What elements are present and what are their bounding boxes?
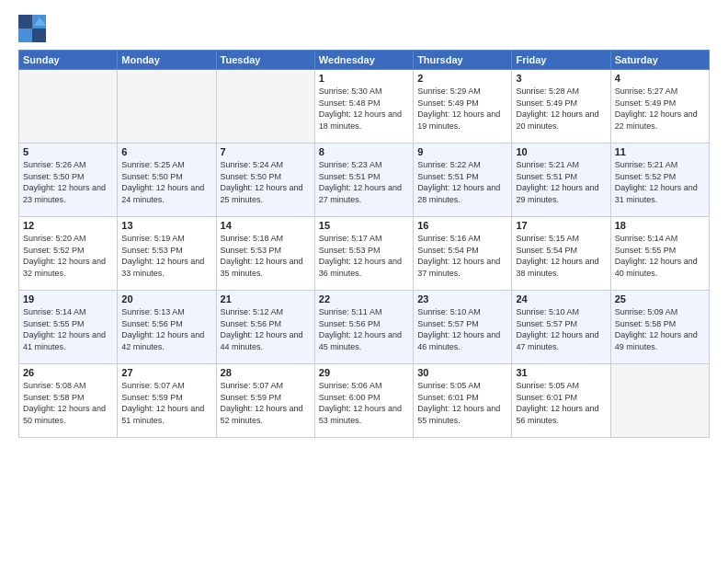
day-number: 16 <box>417 220 507 231</box>
svg-rect-2 <box>18 29 32 42</box>
col-header-tuesday: Tuesday <box>216 51 314 70</box>
logo <box>18 15 50 42</box>
cell-info: Sunrise: 5:19 AM Sunset: 5:53 PM Dayligh… <box>121 233 211 279</box>
cell-info: Sunrise: 5:20 AM Sunset: 5:52 PM Dayligh… <box>23 233 113 279</box>
calendar-cell: 27Sunrise: 5:07 AM Sunset: 5:59 PM Dayli… <box>118 364 216 438</box>
calendar-cell: 8Sunrise: 5:23 AM Sunset: 5:51 PM Daylig… <box>314 144 413 217</box>
calendar-cell: 13Sunrise: 5:19 AM Sunset: 5:53 PM Dayli… <box>118 217 216 291</box>
col-header-sunday: Sunday <box>19 51 118 70</box>
cell-info: Sunrise: 5:26 AM Sunset: 5:50 PM Dayligh… <box>23 159 113 205</box>
cell-info: Sunrise: 5:06 AM Sunset: 6:00 PM Dayligh… <box>319 380 409 426</box>
cell-info: Sunrise: 5:05 AM Sunset: 6:01 PM Dayligh… <box>516 380 606 426</box>
day-number: 4 <box>615 73 705 84</box>
calendar-cell: 24Sunrise: 5:10 AM Sunset: 5:57 PM Dayli… <box>512 291 610 364</box>
col-header-saturday: Saturday <box>610 51 709 70</box>
day-number: 1 <box>319 73 409 84</box>
day-number: 10 <box>516 146 606 157</box>
calendar-cell: 11Sunrise: 5:21 AM Sunset: 5:52 PM Dayli… <box>610 144 709 217</box>
logo-icon <box>18 15 46 42</box>
svg-rect-3 <box>32 29 46 42</box>
day-number: 8 <box>319 146 409 157</box>
week-row-4: 19Sunrise: 5:14 AM Sunset: 5:55 PM Dayli… <box>19 291 710 364</box>
calendar-cell: 10Sunrise: 5:21 AM Sunset: 5:51 PM Dayli… <box>512 144 610 217</box>
calendar-cell: 1Sunrise: 5:30 AM Sunset: 5:48 PM Daylig… <box>314 70 413 144</box>
calendar-cell: 16Sunrise: 5:16 AM Sunset: 5:54 PM Dayli… <box>414 217 512 291</box>
col-header-wednesday: Wednesday <box>314 51 413 70</box>
cell-info: Sunrise: 5:21 AM Sunset: 5:52 PM Dayligh… <box>615 159 705 205</box>
cell-info: Sunrise: 5:11 AM Sunset: 5:56 PM Dayligh… <box>319 306 409 352</box>
calendar-cell <box>19 70 118 144</box>
day-number: 6 <box>121 146 211 157</box>
cell-info: Sunrise: 5:10 AM Sunset: 5:57 PM Dayligh… <box>516 306 606 352</box>
header <box>18 15 710 42</box>
cell-info: Sunrise: 5:28 AM Sunset: 5:49 PM Dayligh… <box>516 86 606 132</box>
cell-info: Sunrise: 5:16 AM Sunset: 5:54 PM Dayligh… <box>417 233 507 279</box>
day-number: 24 <box>516 293 606 304</box>
col-header-monday: Monday <box>118 51 216 70</box>
day-number: 18 <box>615 220 705 231</box>
cell-info: Sunrise: 5:25 AM Sunset: 5:50 PM Dayligh… <box>121 159 211 205</box>
cell-info: Sunrise: 5:23 AM Sunset: 5:51 PM Dayligh… <box>319 159 409 205</box>
week-row-1: 1Sunrise: 5:30 AM Sunset: 5:48 PM Daylig… <box>19 70 710 144</box>
cell-info: Sunrise: 5:10 AM Sunset: 5:57 PM Dayligh… <box>417 306 507 352</box>
cell-info: Sunrise: 5:07 AM Sunset: 5:59 PM Dayligh… <box>121 380 211 426</box>
calendar-cell: 6Sunrise: 5:25 AM Sunset: 5:50 PM Daylig… <box>118 144 216 217</box>
day-number: 26 <box>23 367 113 378</box>
day-number: 20 <box>121 293 211 304</box>
day-number: 23 <box>417 293 507 304</box>
header-row: SundayMondayTuesdayWednesdayThursdayFrid… <box>19 51 710 70</box>
day-number: 22 <box>319 293 409 304</box>
day-number: 13 <box>121 220 211 231</box>
cell-info: Sunrise: 5:12 AM Sunset: 5:56 PM Dayligh… <box>221 306 311 352</box>
calendar-cell: 29Sunrise: 5:06 AM Sunset: 6:00 PM Dayli… <box>314 364 413 438</box>
day-number: 2 <box>417 73 507 84</box>
cell-info: Sunrise: 5:17 AM Sunset: 5:53 PM Dayligh… <box>319 233 409 279</box>
day-number: 21 <box>221 293 311 304</box>
week-row-3: 12Sunrise: 5:20 AM Sunset: 5:52 PM Dayli… <box>19 217 710 291</box>
calendar-cell: 25Sunrise: 5:09 AM Sunset: 5:58 PM Dayli… <box>610 291 709 364</box>
page: SundayMondayTuesdayWednesdayThursdayFrid… <box>0 0 728 563</box>
cell-info: Sunrise: 5:15 AM Sunset: 5:54 PM Dayligh… <box>516 233 606 279</box>
day-number: 19 <box>23 293 113 304</box>
day-number: 9 <box>417 146 507 157</box>
calendar-cell: 15Sunrise: 5:17 AM Sunset: 5:53 PM Dayli… <box>314 217 413 291</box>
day-number: 3 <box>516 73 606 84</box>
calendar-cell: 28Sunrise: 5:07 AM Sunset: 5:59 PM Dayli… <box>216 364 314 438</box>
calendar-cell: 18Sunrise: 5:14 AM Sunset: 5:55 PM Dayli… <box>610 217 709 291</box>
col-header-thursday: Thursday <box>414 51 512 70</box>
day-number: 31 <box>516 367 606 378</box>
calendar-cell: 30Sunrise: 5:05 AM Sunset: 6:01 PM Dayli… <box>414 364 512 438</box>
day-number: 29 <box>319 367 409 378</box>
day-number: 5 <box>23 146 113 157</box>
cell-info: Sunrise: 5:21 AM Sunset: 5:51 PM Dayligh… <box>516 159 606 205</box>
calendar-cell: 12Sunrise: 5:20 AM Sunset: 5:52 PM Dayli… <box>19 217 118 291</box>
calendar-cell: 9Sunrise: 5:22 AM Sunset: 5:51 PM Daylig… <box>414 144 512 217</box>
calendar-cell: 14Sunrise: 5:18 AM Sunset: 5:53 PM Dayli… <box>216 217 314 291</box>
calendar-cell <box>118 70 216 144</box>
week-row-2: 5Sunrise: 5:26 AM Sunset: 5:50 PM Daylig… <box>19 144 710 217</box>
day-number: 28 <box>221 367 311 378</box>
svg-rect-0 <box>18 15 32 29</box>
day-number: 30 <box>417 367 507 378</box>
cell-info: Sunrise: 5:18 AM Sunset: 5:53 PM Dayligh… <box>221 233 311 279</box>
day-number: 25 <box>615 293 705 304</box>
calendar-cell: 2Sunrise: 5:29 AM Sunset: 5:49 PM Daylig… <box>414 70 512 144</box>
cell-info: Sunrise: 5:29 AM Sunset: 5:49 PM Dayligh… <box>417 86 507 132</box>
calendar-cell <box>610 364 709 438</box>
cell-info: Sunrise: 5:08 AM Sunset: 5:58 PM Dayligh… <box>23 380 113 426</box>
cell-info: Sunrise: 5:14 AM Sunset: 5:55 PM Dayligh… <box>23 306 113 352</box>
calendar-cell: 17Sunrise: 5:15 AM Sunset: 5:54 PM Dayli… <box>512 217 610 291</box>
cell-info: Sunrise: 5:05 AM Sunset: 6:01 PM Dayligh… <box>417 380 507 426</box>
calendar-cell: 22Sunrise: 5:11 AM Sunset: 5:56 PM Dayli… <box>314 291 413 364</box>
cell-info: Sunrise: 5:14 AM Sunset: 5:55 PM Dayligh… <box>615 233 705 279</box>
calendar-cell: 23Sunrise: 5:10 AM Sunset: 5:57 PM Dayli… <box>414 291 512 364</box>
day-number: 7 <box>221 146 311 157</box>
calendar-cell: 4Sunrise: 5:27 AM Sunset: 5:49 PM Daylig… <box>610 70 709 144</box>
calendar-cell: 31Sunrise: 5:05 AM Sunset: 6:01 PM Dayli… <box>512 364 610 438</box>
cell-info: Sunrise: 5:27 AM Sunset: 5:49 PM Dayligh… <box>615 86 705 132</box>
week-row-5: 26Sunrise: 5:08 AM Sunset: 5:58 PM Dayli… <box>19 364 710 438</box>
calendar-cell: 19Sunrise: 5:14 AM Sunset: 5:55 PM Dayli… <box>19 291 118 364</box>
calendar-cell: 20Sunrise: 5:13 AM Sunset: 5:56 PM Dayli… <box>118 291 216 364</box>
cell-info: Sunrise: 5:24 AM Sunset: 5:50 PM Dayligh… <box>221 159 311 205</box>
calendar: SundayMondayTuesdayWednesdayThursdayFrid… <box>18 50 710 438</box>
